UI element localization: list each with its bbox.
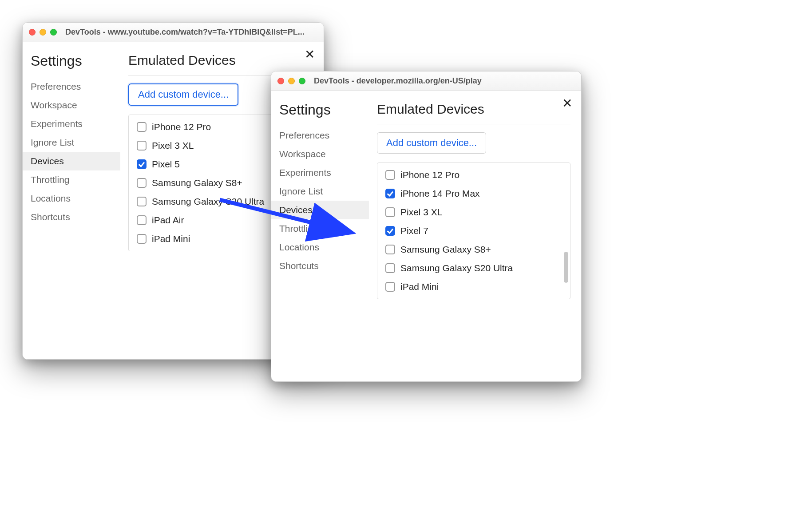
sidebar-item-experiments[interactable]: Experiments [23,115,120,133]
settings-heading: Settings [271,102,369,126]
checkbox-icon[interactable] [385,170,395,180]
device-row[interactable]: Pixel 3 XL [377,203,570,222]
checkbox-icon[interactable] [385,226,395,236]
sidebar-item-devices[interactable]: Devices [271,201,369,219]
checkbox-icon[interactable] [385,245,395,254]
device-label: Pixel 5 [152,159,180,170]
sidebar-item-ignore-list[interactable]: Ignore List [23,133,120,152]
window-zoom-icon[interactable] [299,78,305,84]
window-title: DevTools - developer.mozilla.org/en-US/p… [314,76,575,86]
device-label: Samsung Galaxy S8+ [152,178,242,188]
window-close-icon[interactable] [277,78,284,84]
device-label: iPhone 12 Pro [152,122,211,132]
sidebar-item-workspace[interactable]: Workspace [23,96,120,115]
device-label: iPhone 12 Pro [400,170,459,180]
page-title: Emulated Devices [377,102,570,124]
device-label: Samsung Galaxy S8+ [400,244,491,255]
device-row[interactable]: Samsung Galaxy S20 Ultra [377,259,570,277]
checkbox-icon[interactable] [385,189,395,198]
checkbox-icon[interactable] [137,197,147,206]
settings-heading: Settings [23,53,120,77]
device-label: iPhone 14 Pro Max [400,188,480,199]
sidebar-item-devices[interactable]: Devices [23,152,120,170]
window-minimize-icon[interactable] [40,29,46,36]
sidebar-item-locations[interactable]: Locations [23,189,120,208]
checkbox-icon[interactable] [385,282,395,292]
device-row[interactable]: Pixel 7 [377,222,570,240]
device-label: Samsung Galaxy S20 Ultra [152,196,264,207]
checkbox-icon[interactable] [385,263,395,273]
sidebar-item-experiments[interactable]: Experiments [271,163,369,182]
sidebar-item-preferences[interactable]: Preferences [271,126,369,145]
add-custom-device-button[interactable]: Add custom device... [128,83,238,106]
device-label: iPad Air [152,215,184,226]
checkbox-icon[interactable] [137,141,147,151]
device-row[interactable]: Samsung Galaxy S8+ [377,240,570,259]
devtools-window-b: DevTools - developer.mozilla.org/en-US/p… [271,71,582,382]
device-label: Samsung Galaxy S20 Ultra [400,263,513,273]
sidebar-item-ignore-list[interactable]: Ignore List [271,182,369,201]
sidebar-item-shortcuts[interactable]: Shortcuts [271,257,369,275]
device-row[interactable]: iPad Mini [377,277,570,296]
settings-main: Emulated Devices Add custom device... iP… [369,91,581,381]
device-row[interactable]: iPhone 12 Pro [377,166,570,184]
device-label: Pixel 3 XL [400,207,443,218]
settings-sidebar: Settings PreferencesWorkspaceExperiments… [23,42,120,359]
sidebar-item-shortcuts[interactable]: Shortcuts [23,208,120,226]
device-label: Pixel 7 [400,226,428,236]
device-label: Pixel 3 XL [152,140,194,151]
device-label: iPad Mini [152,234,190,244]
nav-list: PreferencesWorkspaceExperimentsIgnore Li… [271,126,369,275]
sidebar-item-throttling[interactable]: Throttling [271,219,369,238]
sidebar-item-locations[interactable]: Locations [271,238,369,257]
window-zoom-icon[interactable] [50,29,57,36]
checkbox-icon[interactable] [137,178,147,188]
window-close-icon[interactable] [29,29,36,36]
nav-list: PreferencesWorkspaceExperimentsIgnore Li… [23,77,120,226]
sidebar-item-throttling[interactable]: Throttling [23,170,120,189]
device-label: iPad Mini [400,281,439,292]
device-row[interactable]: iPhone 14 Pro Max [377,184,570,203]
window-minimize-icon[interactable] [288,78,295,84]
sidebar-item-preferences[interactable]: Preferences [23,77,120,96]
checkbox-icon[interactable] [137,215,147,225]
add-custom-device-button[interactable]: Add custom device... [377,132,486,154]
checkbox-icon[interactable] [385,207,395,217]
sidebar-item-workspace[interactable]: Workspace [271,145,369,163]
checkbox-icon[interactable] [137,159,147,169]
checkbox-icon[interactable] [137,122,147,132]
scrollbar-thumb[interactable] [564,252,568,283]
checkbox-icon[interactable] [137,234,147,244]
titlebar[interactable]: DevTools - www.youtube.com/watch?v=Ta-YT… [23,23,324,42]
device-list: iPhone 12 ProiPhone 14 Pro MaxPixel 3 XL… [377,162,570,299]
settings-sidebar: Settings PreferencesWorkspaceExperiments… [271,91,369,381]
window-title: DevTools - www.youtube.com/watch?v=Ta-YT… [65,28,317,37]
titlebar[interactable]: DevTools - developer.mozilla.org/en-US/p… [271,71,581,91]
